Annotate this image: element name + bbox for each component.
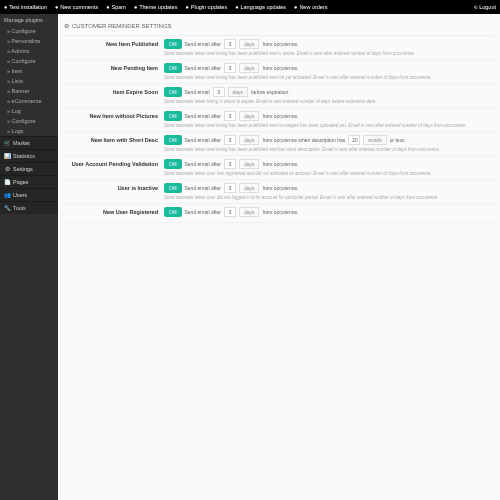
sidebar-main-item[interactable]: 🛒Market — [0, 136, 58, 149]
unit-select[interactable]: days — [239, 183, 260, 193]
unit-select-2[interactable]: words — [363, 135, 386, 145]
topbar-item[interactable]: ● Plugin updates — [185, 4, 227, 10]
sidebar: Manage plugins » Configure» Personalize»… — [0, 14, 58, 500]
unit-select[interactable]: days — [228, 87, 249, 97]
value-input[interactable]: 3 — [224, 183, 236, 193]
setting-row: Item Expire SoonONSend email3daysbefore … — [64, 84, 494, 108]
row-label: User Account Pending Validation — [64, 159, 164, 167]
dot-icon: ● — [294, 4, 297, 10]
row-help: Send reminder when new listing has been … — [164, 123, 494, 128]
dot-icon: ● — [235, 4, 238, 10]
row-help: Send reminder when listing is about to e… — [164, 99, 494, 104]
row-label: Item Expire Soon — [64, 87, 164, 95]
menu-label: Users — [13, 192, 27, 198]
settings-icon: ⚙ — [64, 22, 69, 29]
unit-select[interactable]: days — [239, 39, 260, 49]
sidebar-main-item[interactable]: 📊Statistics — [0, 149, 58, 162]
setting-row: User is InactiveONSend email after3daysf… — [64, 180, 494, 204]
row-label: User is Inactive — [64, 183, 164, 191]
sidebar-item[interactable]: » Logs — [0, 126, 58, 136]
sidebar-item[interactable]: » Configure — [0, 116, 58, 126]
setting-row: New Item PublishedONSend email after3day… — [64, 36, 494, 60]
topbar-item[interactable]: ● Test installation — [4, 4, 47, 10]
row-label: New User Registered — [64, 207, 164, 215]
topbar-item[interactable]: ● Theme updates — [134, 4, 178, 10]
sidebar-main-item[interactable]: ⚙Settings — [0, 162, 58, 175]
row-help: Send reminder when new listing has been … — [164, 147, 494, 152]
value-input[interactable]: 3 — [224, 39, 236, 49]
toggle-switch[interactable]: ON — [164, 111, 182, 121]
unit-select[interactable]: days — [239, 111, 260, 121]
menu-label: Market — [13, 140, 30, 146]
setting-row: New User RegisteredONSend email after3da… — [64, 204, 494, 223]
toggle-switch[interactable]: ON — [164, 39, 182, 49]
unit-select[interactable]: days — [239, 63, 260, 73]
topbar-item[interactable]: ● Spam — [106, 4, 126, 10]
dot-icon: ● — [55, 4, 58, 10]
value-input[interactable]: 3 — [224, 63, 236, 73]
sidebar-item[interactable]: » eCommerce — [0, 96, 58, 106]
menu-icon: 📊 — [4, 153, 10, 159]
sidebar-item[interactable]: » Configure — [0, 26, 58, 36]
toggle-switch[interactable]: ON — [164, 207, 182, 217]
menu-label: Statistics — [13, 153, 35, 159]
dot-icon: ● — [106, 4, 109, 10]
setting-row: New Item with Short DescONSend email aft… — [64, 132, 494, 156]
setting-row: User Account Pending ValidationONSend em… — [64, 156, 494, 180]
row-help: Send reminder when user did not logged i… — [164, 195, 494, 200]
row-label: New Item without Pictures — [64, 111, 164, 119]
value-input[interactable]: 3 — [224, 207, 236, 217]
sidebar-item[interactable]: » Admins — [0, 46, 58, 56]
menu-label: Pages — [13, 179, 29, 185]
row-label: New Pending Item — [64, 63, 164, 71]
menu-label: Tools — [13, 205, 26, 211]
topbar-item[interactable]: ● New orders — [294, 4, 327, 10]
sidebar-main-item[interactable]: 🔧Tools — [0, 201, 58, 214]
toggle-switch[interactable]: ON — [164, 183, 182, 193]
topbar: ● Test installation● New comments● Spam●… — [0, 0, 500, 14]
menu-label: Settings — [13, 166, 33, 172]
value-input[interactable]: 3 — [224, 159, 236, 169]
value-input[interactable]: 3 — [224, 111, 236, 121]
dot-icon: ● — [134, 4, 137, 10]
toggle-switch[interactable]: ON — [164, 87, 182, 97]
sidebar-item[interactable]: » Personalize — [0, 36, 58, 46]
menu-icon: 🛒 — [4, 140, 10, 146]
dot-icon: ● — [185, 4, 188, 10]
row-help: Send reminder when new listing has been … — [164, 51, 494, 56]
main-panel: ⚙CUSTOMER REMINDER SETTINGS New Item Pub… — [58, 14, 500, 500]
logout-link[interactable]: ⎋Logout — [474, 4, 496, 10]
menu-icon: 👥 — [4, 192, 10, 198]
menu-icon: 📄 — [4, 179, 10, 185]
toggle-switch[interactable]: ON — [164, 135, 182, 145]
sidebar-item[interactable]: » Configure — [0, 56, 58, 66]
sidebar-main-item[interactable]: 👥Users — [0, 188, 58, 201]
value-input[interactable]: 3 — [224, 135, 236, 145]
row-label: New Item with Short Desc — [64, 135, 164, 143]
sidebar-item[interactable]: » Item — [0, 66, 58, 76]
dot-icon: ● — [4, 4, 7, 10]
value-input[interactable]: 3 — [213, 87, 225, 97]
row-label: New Item Published — [64, 39, 164, 47]
toggle-switch[interactable]: ON — [164, 63, 182, 73]
topbar-item[interactable]: ● New comments — [55, 4, 98, 10]
panel-title: ⚙CUSTOMER REMINDER SETTINGS — [64, 18, 494, 36]
topbar-item[interactable]: ● Language updates — [235, 4, 286, 10]
sidebar-item[interactable]: » Banner — [0, 86, 58, 96]
row-help: Send reminder when user has registered a… — [164, 171, 494, 176]
sidebar-item[interactable]: » Lists — [0, 76, 58, 86]
sidebar-item[interactable]: » Log — [0, 106, 58, 116]
toggle-switch[interactable]: ON — [164, 159, 182, 169]
menu-icon: 🔧 — [4, 205, 10, 211]
sidebar-main-item[interactable]: 📄Pages — [0, 175, 58, 188]
row-help: Send reminder when new listing has been … — [164, 75, 494, 80]
logout-icon: ⎋ — [474, 4, 477, 10]
menu-icon: ⚙ — [4, 166, 10, 172]
unit-select[interactable]: days — [239, 135, 260, 145]
value-input-2[interactable]: 20 — [348, 135, 360, 145]
unit-select[interactable]: days — [239, 159, 260, 169]
sidebar-header: Manage plugins — [0, 14, 58, 26]
unit-select[interactable]: days — [239, 207, 260, 217]
setting-row: New Pending ItemONSend email after3daysf… — [64, 60, 494, 84]
setting-row: New Item without PicturesONSend email af… — [64, 108, 494, 132]
